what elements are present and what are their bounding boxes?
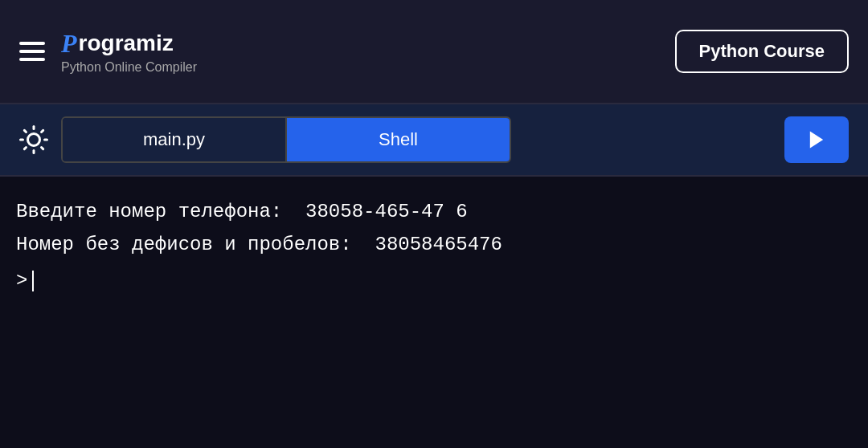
svg-marker-9 [810,132,823,149]
svg-line-3 [24,130,26,132]
shell-output-line-2: Номер без дефисов и пробелов: 3805846547… [16,229,852,262]
svg-line-7 [24,148,26,149]
hamburger-line-1 [19,42,45,45]
tab-mainpy[interactable]: main.py [63,118,287,161]
shell-prompt: > [16,265,27,298]
logo-p-letter: P [61,29,77,59]
svg-line-8 [42,130,43,132]
shell-output-line-1: Введите номер телефона: 38058-465-47 6 [16,196,852,229]
header-left: P rogramiz Python Online Compiler [19,29,197,75]
logo[interactable]: P rogramiz [61,29,197,59]
hamburger-line-3 [19,58,45,61]
shell-area[interactable]: Введите номер телефона: 38058-465-47 6 Н… [0,177,868,448]
logo-text: rogramiz [79,31,174,56]
hamburger-line-2 [19,50,45,53]
logo-subtitle: Python Online Compiler [61,60,197,75]
logo-area: P rogramiz Python Online Compiler [61,29,197,75]
run-button[interactable] [784,116,849,163]
shell-prompt-line: > [16,265,852,298]
theme-toggle-icon[interactable] [19,125,48,154]
hamburger-menu[interactable] [19,42,45,61]
tab-container: main.py Shell [61,116,511,163]
svg-line-4 [42,148,43,149]
python-course-button[interactable]: Python Course [675,30,849,73]
shell-cursor [32,271,34,291]
toolbar: main.py Shell [0,104,868,177]
header: P rogramiz Python Online Compiler Python… [0,0,868,104]
tab-shell[interactable]: Shell [287,118,510,161]
play-icon [805,128,828,151]
svg-point-0 [28,134,40,146]
